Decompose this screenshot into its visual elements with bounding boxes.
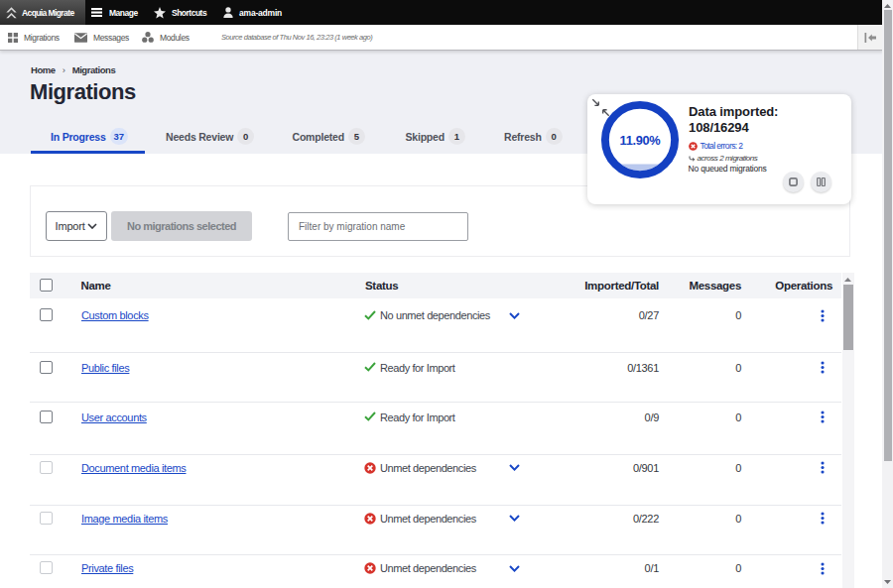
svg-text:11.90%: 11.90%	[620, 132, 662, 147]
